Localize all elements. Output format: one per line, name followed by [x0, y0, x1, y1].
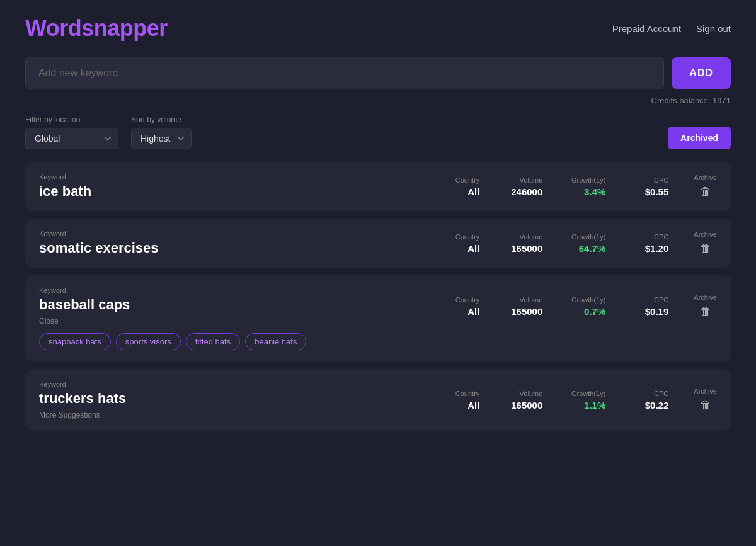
suggestion-tag[interactable]: sports visors: [116, 333, 181, 350]
archive-col-label: Archive: [694, 387, 717, 395]
volume-col: Volume 165000: [505, 233, 542, 254]
keyword-right: Country All Volume 246000 Growth(1y) 3.4…: [442, 174, 717, 200]
volume-value: 165000: [511, 400, 542, 411]
keyword-column-label: Keyword: [39, 230, 159, 237]
growth-col-label: Growth(1y): [571, 390, 605, 397]
cpc-col-label: CPC: [654, 296, 668, 304]
keyword-left: Keyword baseball caps Close: [39, 287, 130, 326]
archive-col: Archive 🗑: [694, 387, 717, 413]
credits-balance: Credits balance: 1971: [651, 96, 731, 105]
suggestion-tag[interactable]: beanie hats: [245, 333, 306, 350]
keyword-card: Keyword somatic exercises Country All Vo…: [25, 219, 731, 268]
suggestions-row: snapback hatssports visorsfitted hatsbea…: [39, 333, 717, 350]
keyword-name: baseball caps: [39, 297, 130, 313]
keywords-list: Keyword ice bath Country All Volume 2460…: [0, 149, 756, 443]
volume-col: Volume 246000: [505, 176, 542, 197]
keyword-right: Country All Volume 165000 Growth(1y) 0.7…: [442, 293, 717, 319]
country-value: All: [467, 243, 479, 254]
archive-col-label: Archive: [694, 174, 717, 181]
volume-filter-label: Sort by volume: [131, 115, 192, 124]
archive-icon-button[interactable]: 🗑: [697, 304, 714, 319]
archive-icon-button[interactable]: 🗑: [697, 241, 714, 256]
volume-col: Volume 165000: [505, 296, 542, 317]
country-col-label: Country: [455, 176, 480, 184]
keyword-name: truckers hats: [39, 390, 126, 407]
cpc-value: $0.22: [645, 400, 669, 411]
suggestion-tag[interactable]: snapback hats: [39, 333, 111, 350]
location-filter-label: Filter by location: [25, 115, 118, 124]
archive-col: Archive 🗑: [694, 230, 717, 256]
cpc-value: $1.20: [645, 243, 669, 254]
volume-col: Volume 165000: [505, 390, 542, 411]
growth-col-label: Growth(1y): [571, 233, 605, 241]
volume-filter: Sort by volume HighestLowestA-ZZ-A: [131, 115, 192, 149]
keyword-row: Keyword baseball caps Close Country All …: [39, 287, 717, 326]
volume-value: 165000: [511, 306, 542, 317]
keyword-name: ice bath: [39, 183, 91, 200]
growth-col-label: Growth(1y): [571, 176, 605, 184]
archive-col-label: Archive: [694, 230, 717, 238]
app-logo: Wordsnapper: [25, 15, 168, 42]
location-filter: Filter by location GlobalUnited StatesUn…: [25, 115, 118, 149]
cpc-value: $0.19: [645, 306, 669, 317]
keyword-right: Country All Volume 165000 Growth(1y) 1.1…: [442, 387, 717, 413]
cpc-col-label: CPC: [654, 390, 668, 397]
country-col: Country All: [442, 390, 479, 411]
prepaid-account-link[interactable]: Prepaid Account: [612, 23, 681, 34]
growth-col: Growth(1y) 1.1%: [568, 390, 605, 411]
growth-value: 0.7%: [584, 306, 605, 317]
growth-value: 1.1%: [584, 400, 605, 411]
country-value: All: [467, 306, 479, 317]
growth-value: 3.4%: [584, 186, 605, 197]
volume-col-label: Volume: [520, 390, 543, 397]
volume-col-label: Volume: [520, 233, 543, 241]
archive-col-label: Archive: [694, 293, 717, 301]
keyword-card: Keyword ice bath Country All Volume 2460…: [25, 162, 731, 211]
archive-icon-button[interactable]: 🗑: [697, 397, 714, 413]
growth-col: Growth(1y) 64.7%: [568, 233, 605, 254]
archive-col: Archive 🗑: [694, 293, 717, 319]
archive-icon-button[interactable]: 🗑: [697, 184, 714, 200]
cpc-col: CPC $0.22: [631, 390, 668, 411]
volume-select[interactable]: HighestLowestA-ZZ-A: [131, 128, 192, 149]
add-keyword-button[interactable]: ADD: [672, 57, 731, 89]
growth-col-label: Growth(1y): [571, 296, 605, 304]
keyword-column-label: Keyword: [39, 287, 130, 294]
country-value: All: [467, 186, 479, 197]
keyword-row: Keyword somatic exercises Country All Vo…: [39, 230, 717, 256]
growth-value: 64.7%: [579, 243, 606, 254]
filters-row: Filter by location GlobalUnited StatesUn…: [0, 105, 756, 149]
keyword-left: Keyword somatic exercises: [39, 230, 159, 256]
keyword-column-label: Keyword: [39, 380, 126, 388]
cpc-col: CPC $0.55: [631, 176, 668, 197]
archived-button[interactable]: Archived: [668, 127, 731, 149]
country-col-label: Country: [455, 390, 480, 397]
keyword-sub-label: More Suggestions: [39, 411, 126, 419]
country-col: Country All: [442, 296, 479, 317]
suggestion-tag[interactable]: fitted hats: [186, 333, 240, 350]
country-col-label: Country: [455, 233, 480, 241]
location-select[interactable]: GlobalUnited StatesUnited KingdomCanada: [25, 128, 118, 149]
keyword-left: Keyword ice bath: [39, 173, 91, 200]
header-nav: Prepaid Account Sign out: [612, 23, 731, 34]
filter-group: Filter by location GlobalUnited StatesUn…: [25, 115, 192, 149]
keyword-search-input[interactable]: [25, 57, 664, 89]
keyword-card: Keyword baseball caps Close Country All …: [25, 275, 731, 361]
growth-col: Growth(1y) 3.4%: [568, 176, 605, 197]
cpc-col-label: CPC: [654, 176, 668, 184]
cpc-value: $0.55: [645, 186, 669, 197]
keyword-column-label: Keyword: [39, 173, 91, 181]
keyword-card: Keyword truckers hats More Suggestions C…: [25, 369, 731, 431]
keyword-sub-label: Close: [39, 317, 130, 326]
keyword-row: Keyword truckers hats More Suggestions C…: [39, 380, 717, 419]
cpc-col-label: CPC: [654, 233, 668, 241]
volume-col-label: Volume: [520, 296, 543, 304]
volume-value: 246000: [511, 186, 542, 197]
sign-out-link[interactable]: Sign out: [696, 23, 731, 34]
volume-value: 165000: [511, 243, 542, 254]
keyword-row: Keyword ice bath Country All Volume 2460…: [39, 173, 717, 200]
keyword-left: Keyword truckers hats More Suggestions: [39, 380, 126, 419]
country-value: All: [467, 400, 479, 411]
keyword-right: Country All Volume 165000 Growth(1y) 64.…: [442, 230, 717, 256]
country-col-label: Country: [455, 296, 480, 304]
